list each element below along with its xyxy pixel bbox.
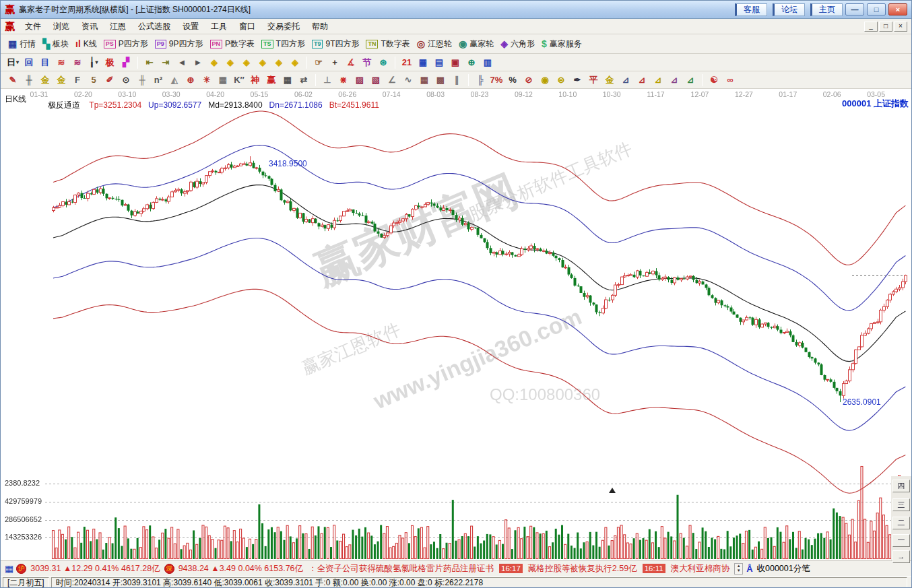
winner-wheel-button[interactable]: ◉赢家轮 bbox=[459, 38, 494, 50]
menu-item-交易委托[interactable]: 交易委托 bbox=[261, 20, 306, 32]
menu-item-文件[interactable]: 文件 bbox=[19, 20, 47, 32]
tick-view-label[interactable]: 收000001分笔 bbox=[757, 563, 810, 575]
gold-circle-icon[interactable]: ◉ bbox=[538, 73, 552, 87]
circle-cross-icon[interactable]: ⊕ bbox=[183, 73, 198, 87]
chip-line-icon[interactable]: ⊿ bbox=[667, 73, 682, 87]
gann-node-icon[interactable]: 节 bbox=[360, 56, 374, 69]
ruler-dense-icon[interactable]: ╫ bbox=[135, 73, 150, 87]
t-square-button[interactable]: TST四方形 bbox=[261, 38, 305, 50]
span-arrows-icon[interactable]: ⇄ bbox=[296, 73, 311, 87]
ticker-scroll-spinner[interactable]: ▲▼ bbox=[734, 563, 743, 575]
ruler-gold-2-icon[interactable]: 金 bbox=[54, 73, 69, 87]
hexagon-button[interactable]: ◈六角形 bbox=[500, 38, 535, 50]
ruler-plain-icon[interactable]: ╫ bbox=[22, 73, 36, 87]
candle-style-icon[interactable]: ╽▾ bbox=[86, 56, 101, 69]
sectors-button[interactable]: ▚板块 bbox=[42, 38, 69, 50]
ruler-f-icon[interactable]: F bbox=[70, 73, 85, 87]
quotes-button[interactable]: ▦行情 bbox=[8, 38, 36, 50]
yinyang-icon[interactable]: ☯ bbox=[707, 73, 721, 87]
p-table-button[interactable]: PNP数字表 bbox=[210, 38, 255, 50]
kline-chart-canvas[interactable] bbox=[1, 89, 912, 560]
grid-dense-icon[interactable]: ▩ bbox=[433, 73, 448, 87]
time-circle-icon[interactable]: ⊙ bbox=[119, 73, 133, 87]
wave-3-icon[interactable]: ≋ bbox=[54, 56, 69, 69]
menu-item-资讯[interactable]: 资讯 bbox=[75, 20, 104, 32]
9p-square-button[interactable]: P99P四方形 bbox=[155, 38, 203, 50]
color-chart-icon[interactable]: ▞ bbox=[119, 56, 133, 69]
shade-box-icon[interactable]: ▧ bbox=[368, 73, 383, 87]
zoom-in-icon[interactable]: ◈ bbox=[255, 56, 270, 69]
zoom-horizontal-icon[interactable]: ◈ bbox=[239, 56, 254, 69]
trend-line-icon[interactable]: ⊿ bbox=[683, 73, 698, 87]
scale-percent-icon[interactable]: ╠ bbox=[473, 73, 488, 87]
wave-9-icon[interactable]: ≋ bbox=[70, 56, 85, 69]
infinity-icon[interactable]: ∞ bbox=[723, 73, 738, 87]
minimize-button[interactable]: — bbox=[845, 3, 864, 15]
forum-button[interactable]: 论坛 bbox=[773, 3, 805, 16]
mdi-restore-button[interactable]: □ bbox=[879, 22, 892, 32]
ying-tool-icon[interactable]: 赢 bbox=[264, 73, 279, 87]
save-icon[interactable]: ▣ bbox=[448, 56, 463, 69]
menu-item-公式选股[interactable]: 公式选股 bbox=[132, 20, 176, 32]
ruler-5-icon[interactable]: 5 bbox=[86, 73, 101, 87]
star-burst-icon[interactable]: ✳ bbox=[199, 73, 214, 87]
kline-button[interactable]: ılK线 bbox=[75, 38, 97, 50]
j-angle-icon[interactable]: ⊿ bbox=[618, 73, 633, 87]
ruler-gold-1-icon[interactable]: 金 bbox=[38, 73, 53, 87]
box-axis-icon[interactable]: ⊥ bbox=[320, 73, 335, 87]
grid-123-icon[interactable]: ▦ bbox=[280, 73, 295, 87]
t-table-button[interactable]: TNT数字表 bbox=[366, 38, 410, 50]
hand-tool-icon[interactable]: ☞ bbox=[311, 56, 326, 69]
service-button[interactable]: 客服 bbox=[735, 3, 767, 16]
zoom-left-icon[interactable]: ◈ bbox=[207, 56, 222, 69]
last-page-icon[interactable]: ⇥ bbox=[158, 56, 173, 69]
menu-item-设置[interactable]: 设置 bbox=[176, 20, 205, 32]
net-tools-icon[interactable]: ⊕ bbox=[464, 56, 479, 69]
mdi-minimize-button[interactable]: _ bbox=[864, 22, 878, 32]
zoom-right-icon[interactable]: ◈ bbox=[223, 56, 238, 69]
f10-info-icon[interactable]: 目 bbox=[38, 56, 53, 69]
first-page-icon[interactable]: ⇤ bbox=[142, 56, 157, 69]
window-view-icon[interactable]: 回 bbox=[22, 56, 36, 69]
pane-split-button-4[interactable]: 一 bbox=[892, 534, 910, 547]
maximize-button[interactable]: □ bbox=[867, 3, 886, 15]
percent-line-icon[interactable]: ⊘ bbox=[521, 73, 536, 87]
prev-page-icon[interactable]: ◄ bbox=[174, 56, 189, 69]
crosshair-tool-icon[interactable]: + bbox=[327, 56, 342, 69]
mdi-close-button[interactable]: × bbox=[894, 22, 907, 32]
grid-box-icon[interactable]: ▦ bbox=[216, 73, 230, 87]
pane-split-button-5[interactable]: → bbox=[892, 550, 910, 563]
fractal-tool-icon[interactable]: ⊛ bbox=[376, 56, 391, 69]
menu-item-江恩[interactable]: 江恩 bbox=[104, 20, 132, 32]
close-button[interactable]: × bbox=[888, 3, 907, 15]
percent-icon[interactable]: % bbox=[505, 73, 520, 87]
fan-rays-icon[interactable]: ⋇ bbox=[336, 73, 351, 87]
period-select-icon[interactable]: 日▾ bbox=[5, 56, 20, 69]
draw-pencil-icon[interactable]: ✎ bbox=[5, 73, 20, 87]
parallel-lines-icon[interactable]: ∥ bbox=[449, 73, 464, 87]
angle-measure-icon[interactable]: ∡ bbox=[344, 56, 358, 69]
balance-line-icon[interactable]: 平 bbox=[586, 73, 601, 87]
percent-band-icon[interactable]: 7% bbox=[489, 73, 504, 87]
f-angle-icon[interactable]: ⊿ bbox=[634, 73, 649, 87]
grid-square-icon[interactable]: ▦ bbox=[417, 73, 432, 87]
calculator-icon[interactable]: ▦ bbox=[416, 56, 430, 69]
k-quote-icon[interactable]: K″ bbox=[232, 73, 247, 87]
next-page-icon[interactable]: ► bbox=[191, 56, 205, 69]
pane-split-button-3[interactable]: 二 bbox=[892, 517, 910, 529]
jifan-channel-icon[interactable]: 极 bbox=[102, 56, 117, 69]
zoom-all-icon[interactable]: ◈ bbox=[288, 56, 302, 69]
zoom-out-icon[interactable]: ◈ bbox=[271, 56, 286, 69]
gold-band-icon[interactable]: ⊜ bbox=[554, 73, 568, 87]
pencil-ruler-icon[interactable]: ✐ bbox=[102, 73, 117, 87]
gold-line-icon[interactable]: 金 bbox=[602, 73, 617, 87]
mirror-tool-icon[interactable]: ◭ bbox=[167, 73, 182, 87]
p-square-button[interactable]: PSP四方形 bbox=[104, 38, 148, 50]
remote-pc-icon[interactable]: ▥ bbox=[480, 56, 495, 69]
notes-icon[interactable]: ▤ bbox=[432, 56, 447, 69]
shen-tool-icon[interactable]: 神 bbox=[248, 73, 263, 87]
menu-item-工具[interactable]: 工具 bbox=[205, 20, 233, 32]
brush-tool-icon[interactable]: ✒ bbox=[570, 73, 585, 87]
angle-lines-icon[interactable]: ∠ bbox=[385, 73, 399, 87]
pane-split-button-2[interactable]: 三 bbox=[892, 498, 910, 511]
